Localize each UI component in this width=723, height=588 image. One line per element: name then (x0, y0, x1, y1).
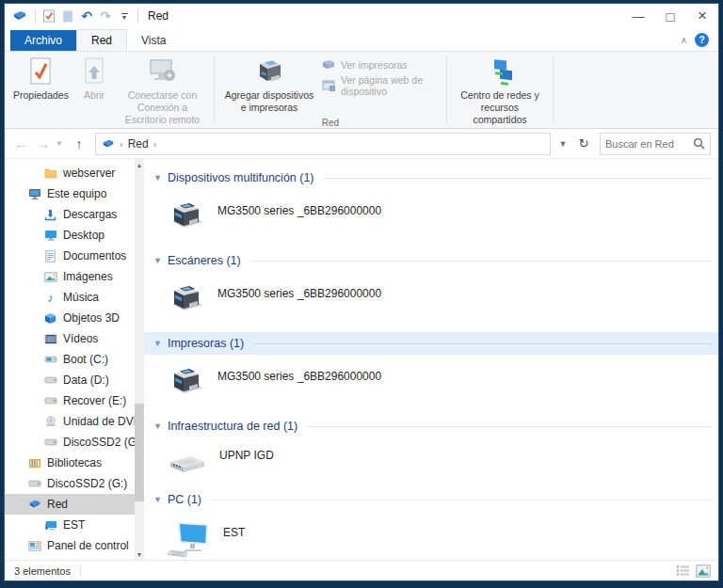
sidebar-item-objetos-3d[interactable]: Objetos 3D (5, 308, 135, 328)
group-header-pc[interactable]: ▼ PC (1) (152, 488, 718, 511)
minimize-ribbon-icon[interactable]: ∧ (681, 35, 687, 45)
router-icon (167, 445, 208, 479)
scrollbar-thumb[interactable] (135, 404, 144, 501)
videos-icon (43, 332, 57, 345)
sidebar-item-boot-c[interactable]: Boot (C:) (5, 349, 135, 370)
sidebar-item-discossd2[interactable]: DiscoSSD2 (G:) (5, 432, 135, 453)
up-button[interactable]: ↑ (69, 134, 89, 154)
history-dropdown-icon[interactable]: ▼ (56, 139, 67, 148)
sidebar-item-data-d[interactable]: Data (D:) (5, 370, 135, 390)
ribbon-group-red: Agregar dispositivos e impresoras Ver im… (215, 52, 446, 128)
sidebar-item-videos[interactable]: Vídeos (5, 328, 135, 349)
sidebar-item-imagenes[interactable]: Imágenes (5, 266, 135, 287)
breadcrumb[interactable]: › Red › (95, 133, 551, 155)
ver-impresoras-button[interactable]: Ver impresoras (322, 58, 442, 71)
chevron-down-icon[interactable]: ▼ (153, 256, 162, 265)
group-header-infraestructura[interactable]: ▼ Infraestructura de red (1) (152, 415, 718, 437)
sidebar-item-desktop[interactable]: Desktop (5, 225, 135, 246)
list-item-est[interactable]: EST (167, 518, 718, 560)
sidebar-item-documentos[interactable]: Documentos (5, 246, 135, 266)
desktop-icon (43, 229, 57, 242)
qat-customize-dropdown[interactable]: ▼ (115, 7, 134, 25)
undo-icon[interactable]: ↶ (77, 7, 96, 25)
address-dropdown-icon[interactable]: ▼ (553, 133, 573, 155)
large-icons-view-icon[interactable] (696, 564, 711, 578)
drive-icon (43, 436, 57, 449)
group-header-impresoras[interactable]: ▼ Impresoras (1) (144, 332, 718, 355)
chevron-down-icon[interactable]: ▼ (153, 173, 162, 183)
sidebar-item-recover-e[interactable]: Recover (E:) (5, 390, 135, 411)
minimize-button[interactable]: — (622, 4, 654, 28)
network-icon (12, 8, 27, 24)
ribbon-tab-strip: Archivo Red Vista ∧ ? (5, 28, 718, 52)
sidebar-item-discossd2-g[interactable]: DiscoSSD2 (G:) (5, 473, 135, 494)
sidebar-item-musica[interactable]: ♪ Música (5, 287, 135, 308)
list-item-escaner[interactable]: MG3500 series _6BB296000000 (167, 279, 718, 319)
tab-archivo[interactable]: Archivo (10, 30, 76, 51)
scroll-up-icon[interactable]: ▲ (137, 159, 143, 170)
back-button[interactable]: ← (10, 134, 31, 154)
breadcrumb-item-red[interactable]: Red (128, 137, 149, 151)
drive-icon (43, 373, 57, 387)
tab-red[interactable]: Red (76, 29, 127, 51)
sidebar-scrollbar[interactable]: ▲ ▼ (135, 159, 144, 560)
window-title: Red (148, 9, 169, 23)
agregar-dispositivos-button[interactable]: Agregar dispositivos e impresoras (218, 54, 320, 117)
forward-button[interactable]: → (33, 134, 54, 154)
tab-vista[interactable]: Vista (127, 30, 180, 51)
list-item-impresora[interactable]: MG3500 series _6BB296000000 (167, 362, 718, 402)
group-header-escaneres[interactable]: ▼ Escáneres (1) (152, 249, 718, 272)
sidebar-item-webserver[interactable]: webserver (5, 163, 135, 183)
list-item-upnp[interactable]: UPNP IGD (167, 445, 718, 479)
monitor-keyboard-icon (167, 518, 212, 560)
properties-icon (26, 56, 55, 87)
printer-icon (167, 362, 206, 402)
drive-icon (43, 394, 57, 407)
sidebar-item-panel-de-control[interactable]: Panel de control (5, 535, 135, 556)
chevron-right-icon[interactable]: › (153, 138, 157, 150)
search-input[interactable] (605, 138, 693, 150)
scroll-down-icon[interactable]: ▼ (137, 548, 143, 560)
chevron-down-icon[interactable]: ▼ (153, 339, 162, 348)
refresh-icon[interactable]: ↻ (573, 133, 594, 155)
documents-icon (43, 249, 57, 262)
close-button[interactable]: × (686, 4, 718, 28)
sidebar-item-este-equipo[interactable]: Este equipo (5, 183, 135, 204)
title-bar: ↶ ↷ ▼ Red — □ × (5, 4, 718, 28)
sidebar-item-bibliotecas[interactable]: Bibliotecas (5, 453, 135, 473)
group-header-multifuncion[interactable]: ▼ Dispositivos multifunción (1) (152, 167, 718, 189)
drive-icon (27, 477, 41, 490)
list-item-multifuncion[interactable]: MG3500 series _6BB296000000 (167, 197, 718, 236)
maximize-button[interactable]: □ (654, 4, 686, 28)
chevron-down-icon[interactable]: ▼ (153, 495, 162, 504)
propiedades-button[interactable]: Propiedades (8, 54, 73, 104)
group-rule (324, 178, 713, 179)
group-rule (250, 261, 713, 262)
search-icon[interactable] (693, 137, 705, 150)
chevron-down-icon[interactable]: ▼ (153, 421, 162, 431)
separator (80, 565, 81, 577)
sidebar-item-est[interactable]: EST (5, 515, 135, 535)
details-view-icon[interactable] (676, 564, 690, 577)
sidebar-item-red[interactable]: Red (5, 494, 135, 515)
qat-properties-button[interactable] (40, 7, 58, 25)
items-count: 3 elementos (14, 565, 71, 577)
search-box[interactable] (600, 133, 711, 155)
centro-de-redes-button[interactable]: Centro de redes y recursos compartidos (451, 54, 549, 129)
scrollbar-track[interactable] (135, 170, 144, 548)
navigation-pane: webserver Este equipo Descargas Desktop … (5, 159, 144, 560)
redo-icon[interactable]: ↷ (96, 7, 115, 25)
help-icon[interactable]: ? (695, 33, 709, 47)
conectarse-escritorio-remoto-button[interactable]: Conectarse con Conexión a Escritorio rem… (115, 54, 210, 129)
sidebar-item-descargas[interactable]: Descargas (5, 204, 135, 225)
view-printers-icon (322, 58, 336, 71)
ver-pagina-web-button[interactable]: Ver página web de dispositivo (322, 74, 442, 97)
chevron-right-icon[interactable]: › (120, 138, 123, 150)
sidebar-item-unidad-dvd[interactable]: Unidad de DVD (5, 411, 135, 432)
device-webpage-icon (322, 80, 336, 92)
printer-icon (167, 279, 206, 319)
qat-new-item-button[interactable] (58, 7, 77, 25)
separator (137, 9, 138, 23)
abrir-button[interactable]: Abrir (75, 54, 113, 104)
folder-icon (43, 167, 57, 180)
